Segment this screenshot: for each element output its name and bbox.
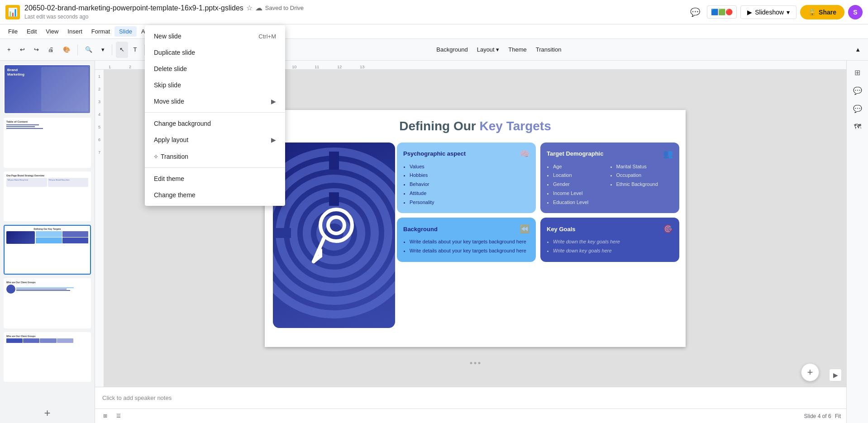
redo-button[interactable]: ↪ [30, 42, 43, 58]
sidebar-chat-button[interactable]: 💬 [849, 100, 866, 117]
comments-button[interactable]: 💬 [687, 4, 703, 20]
status-left: ⊞ ☰ [100, 412, 124, 420]
menu-item-apply-layout[interactable]: Apply layout ▶ [145, 132, 285, 148]
menu-item-new-slide[interactable]: New slide Ctrl+M [145, 28, 285, 44]
zoom-level: Fit [835, 413, 841, 419]
slide-dropdown-menu: New slide Ctrl+M Duplicate slide Delete … [145, 25, 285, 206]
undo-button[interactable]: ↩ [16, 42, 29, 58]
cursor-button[interactable]: ↖ [116, 42, 128, 58]
slide-thumb-4[interactable]: 4 Defining Our Key Targets [4, 225, 91, 275]
target-icon: 🎯 [663, 224, 673, 234]
duplicate-slide-label: Duplicate slide [154, 49, 195, 56]
menu-view[interactable]: View [41, 26, 63, 37]
svg-point-9 [320, 209, 352, 241]
card-psychographic-title: Psychographic aspect [403, 150, 466, 157]
share-label: Share [819, 9, 836, 16]
share-button[interactable]: 🔒 Share [800, 5, 844, 19]
card-background-title: Background [403, 226, 438, 233]
menu-item-delete-slide[interactable]: Delete slide [145, 61, 285, 77]
expand-panel-button[interactable]: ▶ [829, 369, 842, 381]
transition-icon-left: ⟡ [154, 152, 158, 160]
text-button[interactable]: T [130, 42, 141, 58]
menu-slide[interactable]: Slide [114, 26, 137, 37]
slide-title: Defining Our Key Targets [265, 110, 686, 138]
slide-thumb-3[interactable]: 3 One Page Brand Strategy Overview Tell … [4, 171, 91, 221]
toolbar: + ↩ ↪ 🖨 🎨 🔍 ▾ ↖ T Background Layout ▾ Th… [0, 39, 868, 61]
avatar[interactable]: S [848, 5, 863, 19]
menu-edit[interactable]: Edit [22, 26, 41, 37]
menu-item-skip-slide[interactable]: Skip slide [145, 77, 285, 93]
slide-thumb-5[interactable]: 5 Who are Our Client Groups [4, 278, 91, 328]
card-demographic[interactable]: Target Demographic 👥 Age Location Gender… [540, 143, 679, 214]
card-key-goals-title: Key Goals [547, 226, 576, 233]
menu-file[interactable]: File [4, 26, 22, 37]
menu-item-edit-theme[interactable]: Edit theme [145, 171, 285, 187]
sidebar-comments-button[interactable]: 💬 [849, 82, 866, 99]
floating-add-button[interactable]: + [801, 363, 819, 381]
change-theme-label: Change theme [154, 191, 196, 199]
sidebar-maps-button[interactable]: 🗺 [849, 119, 866, 135]
add-slide-panel-button[interactable]: + [44, 407, 50, 419]
svg-point-10 [328, 217, 344, 233]
menu-item-move-slide[interactable]: Move slide ▶ [145, 93, 285, 109]
menu-insert[interactable]: Insert [63, 26, 87, 37]
key-icon [307, 203, 361, 268]
theme-button[interactable]: Theme [505, 42, 530, 58]
menu-item-transition[interactable]: ⟡ Transition [145, 148, 285, 165]
last-edit: Last edit was seconds ago [24, 14, 88, 20]
slide-thumb-1[interactable]: 1 BrandMarketing [4, 64, 91, 114]
slide-panel: 1 BrandMarketing 2 Table of Content [0, 61, 95, 423]
edit-theme-label: Edit theme [154, 175, 184, 182]
lock-icon: 🔒 [808, 9, 816, 16]
main-content: 1 BrandMarketing 2 Table of Content [0, 61, 868, 423]
collapse-toolbar-button[interactable]: ▲ [851, 42, 864, 58]
new-slide-shortcut: Ctrl+M [258, 33, 276, 40]
right-sidebar: ⊞ 💬 💬 🗺 [846, 61, 868, 423]
zoom-button[interactable]: 🔍 [81, 42, 96, 58]
delete-slide-label: Delete slide [154, 65, 187, 72]
slideshow-button[interactable]: ▶ Slideshow ▾ [740, 5, 796, 19]
notes-bar[interactable]: Click to add speaker notes [95, 387, 846, 409]
slide-title-accent: Key Targets [480, 119, 551, 133]
title-actions: 💬 🟦🟩🔴 ▶ Slideshow ▾ 🔒 Share S [687, 4, 863, 20]
apply-layout-label: Apply layout [154, 136, 188, 143]
status-right: Slide 4 of 6 Fit [804, 413, 841, 419]
card-psychographic[interactable]: Psychographic aspect 🧠 Values Hobbies Be… [397, 143, 536, 214]
slide-info: Slide 4 of 6 [804, 413, 831, 419]
card-demographic-title: Target Demographic [547, 150, 603, 157]
card-psychographic-list: Values Hobbies Behavior Attitude Persona… [403, 162, 529, 207]
slideshow-chevron-icon: ▾ [787, 9, 790, 16]
sep2 [112, 44, 112, 55]
saved-status: Saved to Drive [265, 5, 304, 11]
card-background[interactable]: Background ⏪ Write details about your ke… [397, 218, 536, 262]
background-button[interactable]: Background [433, 42, 471, 58]
menu-bar: File Edit View Insert Format Slide Arran… [0, 24, 868, 39]
menu-item-change-background[interactable]: Change background [145, 115, 285, 132]
sep1 [77, 44, 78, 55]
add-slide-button[interactable]: + [4, 42, 14, 58]
doc-title: 20650-02-brand-marketing-powerpoint-temp… [24, 4, 243, 12]
move-slide-arrow-icon: ▶ [271, 98, 276, 105]
zoom-level-button[interactable]: ▾ [98, 42, 108, 58]
grid-view-button[interactable]: ⊞ [100, 412, 110, 420]
people-icon: 👥 [663, 149, 673, 159]
star-icon[interactable]: ☆ [246, 4, 253, 12]
card-key-goals-list: Write down the key goals here Write down… [547, 238, 673, 256]
paintformat-button[interactable]: 🎨 [59, 42, 74, 58]
cards-grid: Psychographic aspect 🧠 Values Hobbies Be… [397, 143, 679, 262]
explore-button[interactable]: ⊞ [849, 64, 866, 81]
list-view-button[interactable]: ☰ [114, 412, 124, 420]
menu-format[interactable]: Format [87, 26, 114, 37]
card-background-list: Write details about your key targets bac… [403, 238, 529, 256]
layout-button[interactable]: Layout ▾ [473, 42, 503, 58]
app-icon: 📊 [5, 5, 20, 19]
slide-thumb-6[interactable]: 6 Who are Our Client Groups [4, 332, 91, 382]
apply-layout-arrow-icon: ▶ [271, 136, 276, 143]
menu-item-duplicate-slide[interactable]: Duplicate slide [145, 44, 285, 61]
slide-thumb-2[interactable]: 2 Table of Content [4, 118, 91, 167]
card-key-goals[interactable]: Key Goals 🎯 Write down the key goals her… [540, 218, 679, 262]
google-apps-button[interactable]: 🟦🟩🔴 [707, 5, 737, 19]
transition-button[interactable]: Transition [532, 42, 565, 58]
print-button[interactable]: 🖨 [44, 42, 57, 58]
menu-item-change-theme[interactable]: Change theme [145, 187, 285, 203]
